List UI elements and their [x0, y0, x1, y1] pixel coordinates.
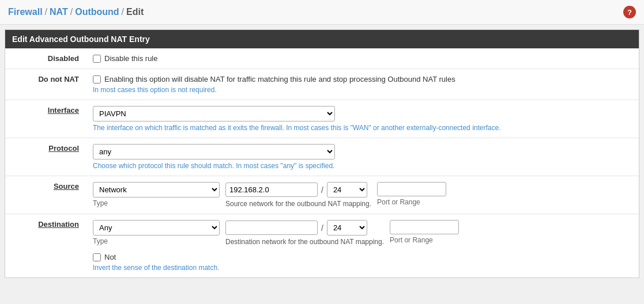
source-ip-hint: Source network for the outbound NAT mapp…	[225, 200, 371, 208]
page-content: Edit Advanced Outbound NAT Entry Disable…	[5, 29, 639, 278]
field-interface: PIAVPN WAN LAN The interface on which tr…	[86, 100, 639, 138]
row-do-not-nat: Do not NAT Enabling this option will dis…	[5, 69, 639, 100]
source-type-select[interactable]: Network Any LAN subnet WAN subnet	[93, 182, 220, 197]
dest-not-checkbox[interactable]	[93, 253, 101, 261]
dest-ip-row: / 24 8 16 32	[225, 220, 384, 235]
dest-cidr-select[interactable]: 24 8 16 32	[327, 220, 367, 235]
field-protocol: any TCP UDP TCP/UDP ICMP Choose which pr…	[86, 138, 639, 176]
breadcrumb-sep-1: /	[45, 7, 47, 17]
interface-hint: The interface on which traffic is matche…	[93, 124, 632, 132]
dest-not-text: Not	[104, 253, 116, 261]
breadcrumb-firewall[interactable]: Firewall	[8, 7, 43, 17]
do-not-nat-checkbox-label: Enabling this option will disable NAT fo…	[93, 75, 632, 83]
protocol-select[interactable]: any TCP UDP TCP/UDP ICMP	[93, 144, 335, 159]
dest-port-col: Port or Range	[390, 220, 459, 244]
breadcrumb-sep-3: /	[122, 7, 124, 17]
label-do-not-nat: Do not NAT	[5, 69, 86, 100]
dest-ip-input[interactable]	[225, 221, 318, 235]
label-disabled: Disabled	[5, 48, 86, 69]
breadcrumb-nat[interactable]: NAT	[50, 7, 68, 17]
field-disabled: Disable this rule	[86, 48, 639, 69]
disabled-checkbox-label: Disable this rule	[93, 54, 632, 63]
interface-select[interactable]: PIAVPN WAN LAN	[93, 106, 335, 121]
row-destination: Destination Any Network LAN subnet WAN s…	[5, 214, 639, 278]
row-protocol: Protocol any TCP UDP TCP/UDP ICMP Choose…	[5, 138, 639, 176]
breadcrumb-edit: Edit	[126, 7, 144, 17]
do-not-nat-checkbox[interactable]	[93, 75, 101, 83]
section-title: Edit Advanced Outbound NAT Entry	[5, 30, 639, 48]
dest-type-select[interactable]: Any Network LAN subnet WAN subnet	[93, 220, 220, 235]
source-port-input[interactable]	[377, 182, 446, 196]
dest-ip-hint: Destination network for the outbound NAT…	[225, 238, 384, 246]
source-ip-input[interactable]	[225, 183, 318, 197]
source-type-col: Network Any LAN subnet WAN subnet Type	[93, 182, 220, 207]
source-ip-row: / 24 8 16 32	[225, 182, 371, 197]
dest-not-checkbox-label: Not	[93, 253, 632, 261]
form-table: Disabled Disable this rule Do not NAT En…	[5, 48, 639, 278]
source-port-label: Port or Range	[377, 198, 446, 206]
dest-slash: /	[321, 223, 323, 233]
dest-port-label: Port or Range	[390, 236, 459, 244]
dest-type-col: Any Network LAN subnet WAN subnet Type	[93, 220, 220, 245]
label-protocol: Protocol	[5, 138, 86, 176]
source-ip-col: / 24 8 16 32 Source network for the outb…	[225, 182, 371, 208]
breadcrumb-outbound[interactable]: Outbound	[75, 7, 119, 17]
do-not-nat-checkbox-text: Enabling this option will disable NAT fo…	[104, 75, 455, 83]
field-source: Network Any LAN subnet WAN subnet Type /	[86, 176, 639, 214]
row-disabled: Disabled Disable this rule	[5, 48, 639, 69]
row-source: Source Network Any LAN subnet WAN subnet	[5, 176, 639, 214]
disabled-checkbox-text: Disable this rule	[104, 54, 158, 63]
header-bar: Firewall / NAT / Outbound / Edit ?	[0, 0, 644, 25]
source-type-row: Network Any LAN subnet WAN subnet	[93, 182, 220, 197]
label-source: Source	[5, 176, 86, 214]
field-destination: Any Network LAN subnet WAN subnet Type /	[86, 214, 639, 278]
field-do-not-nat: Enabling this option will disable NAT fo…	[86, 69, 639, 100]
dest-not-hint: Invert the sense of the destination matc…	[93, 264, 632, 272]
source-type-label: Type	[93, 199, 220, 207]
dest-type-row: Any Network LAN subnet WAN subnet	[93, 220, 220, 235]
source-cidr-select[interactable]: 24 8 16 32	[327, 182, 367, 197]
dest-ip-col: / 24 8 16 32 Destination network for the…	[225, 220, 384, 246]
do-not-nat-hint: In most cases this option is not require…	[93, 86, 632, 94]
source-port-col: Port or Range	[377, 182, 446, 206]
help-icon[interactable]: ?	[623, 6, 636, 18]
protocol-hint: Choose which protocol this rule should m…	[93, 162, 632, 170]
dest-port-input[interactable]	[390, 220, 459, 234]
breadcrumb-sep-2: /	[70, 7, 73, 17]
label-destination: Destination	[5, 214, 86, 278]
label-interface: Interface	[5, 100, 86, 138]
disabled-checkbox[interactable]	[93, 55, 101, 63]
dest-not-row: Not Invert the sense of the destination …	[93, 253, 632, 272]
breadcrumb: Firewall / NAT / Outbound / Edit	[8, 7, 144, 17]
source-row: Network Any LAN subnet WAN subnet Type /	[93, 182, 632, 208]
dest-type-label: Type	[93, 237, 220, 245]
source-slash: /	[321, 185, 323, 195]
destination-row: Any Network LAN subnet WAN subnet Type /	[93, 220, 632, 246]
row-interface: Interface PIAVPN WAN LAN The interface o…	[5, 100, 639, 138]
